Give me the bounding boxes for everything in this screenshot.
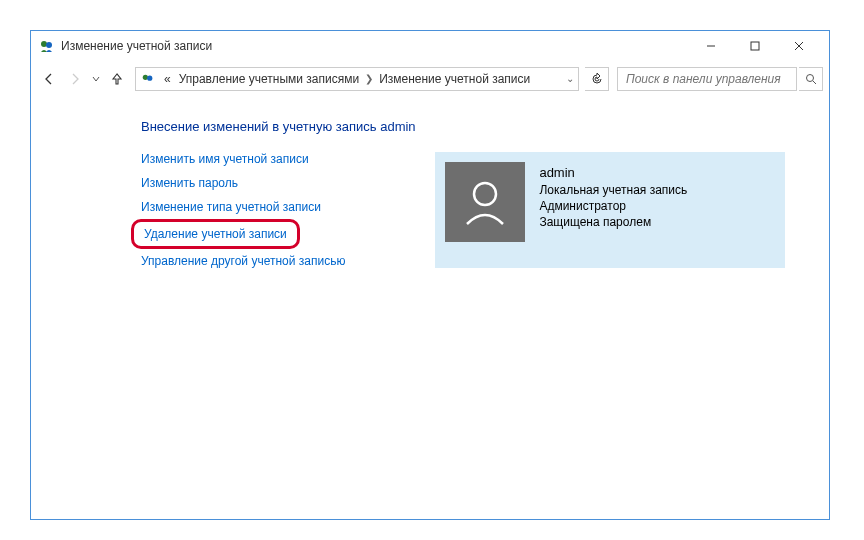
addressbar-app-icon (140, 71, 156, 87)
link-manage-other[interactable]: Управление другой учетной записью (141, 254, 345, 268)
svg-line-9 (813, 81, 816, 84)
minimize-button[interactable] (689, 32, 733, 60)
account-role: Администратор (539, 198, 687, 214)
titlebar: Изменение учетной записи (31, 31, 829, 61)
search-button[interactable] (799, 67, 823, 91)
main-row: Изменить имя учетной записи Изменить пар… (141, 152, 789, 268)
window-frame: Изменение учетной записи (30, 30, 830, 520)
svg-point-7 (147, 75, 152, 80)
account-card: admin Локальная учетная запись Администр… (435, 152, 785, 268)
link-change-type[interactable]: Изменение типа учетной записи (141, 200, 321, 214)
back-button[interactable] (37, 67, 61, 91)
addressbar-dropdown-icon[interactable]: ⌄ (566, 73, 574, 84)
account-info: admin Локальная учетная запись Администр… (539, 162, 687, 230)
breadcrumb-segment-2[interactable]: Изменение учетной записи (375, 72, 534, 86)
breadcrumb-chevron-icon: ❯ (363, 73, 375, 84)
close-button[interactable] (777, 32, 821, 60)
svg-point-0 (41, 41, 47, 47)
account-type: Локальная учетная запись (539, 182, 687, 198)
window-controls (689, 32, 821, 60)
search-input[interactable] (624, 71, 790, 87)
svg-point-10 (474, 183, 496, 205)
account-protection: Защищена паролем (539, 214, 687, 230)
account-name: admin (539, 164, 687, 182)
address-bar[interactable]: « Управление учетными записями ❯ Изменен… (135, 67, 579, 91)
svg-point-8 (806, 74, 813, 81)
page-heading: Внесение изменений в учетную запись admi… (141, 119, 789, 134)
action-links: Изменить имя учетной записи Изменить пар… (141, 152, 345, 268)
link-change-password[interactable]: Изменить пароль (141, 176, 238, 190)
maximize-button[interactable] (733, 32, 777, 60)
navigation-bar: « Управление учетными записями ❯ Изменен… (31, 61, 829, 95)
breadcrumb-segment-1[interactable]: Управление учетными записями (175, 72, 363, 86)
svg-point-6 (143, 74, 148, 79)
avatar (445, 162, 525, 242)
up-button[interactable] (105, 67, 129, 91)
refresh-button[interactable] (585, 67, 609, 91)
content-area: Внесение изменений в учетную запись admi… (31, 95, 829, 268)
app-icon (39, 38, 55, 54)
link-rename-account[interactable]: Изменить имя учетной записи (141, 152, 309, 166)
search-box[interactable] (617, 67, 797, 91)
recent-dropdown[interactable] (89, 67, 103, 91)
breadcrumb-prefix: « (160, 72, 175, 86)
svg-point-1 (46, 42, 52, 48)
forward-button[interactable] (63, 67, 87, 91)
window-title: Изменение учетной записи (61, 39, 689, 53)
link-delete-account[interactable]: Удаление учетной записи (131, 219, 300, 249)
svg-rect-3 (751, 42, 759, 50)
